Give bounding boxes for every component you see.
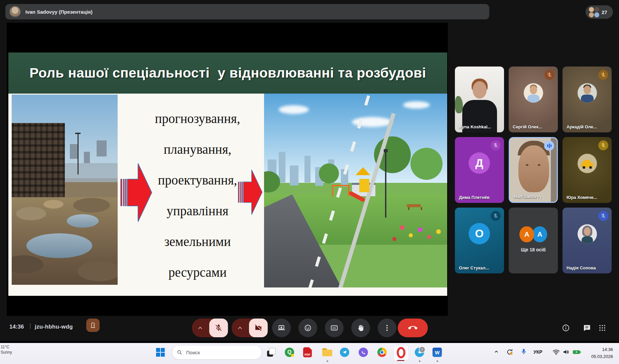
mic-muted-icon	[491, 140, 501, 150]
meeting-code: jzu-hbhu-wdg	[35, 324, 73, 330]
avatar	[578, 83, 597, 103]
mic-off-button[interactable]	[209, 319, 228, 337]
end-call-button[interactable]	[398, 319, 428, 337]
presenter-label: Ivan Sadovyy (Презентація)	[25, 9, 93, 15]
apps-grid-button[interactable]	[598, 323, 607, 333]
chat-icon	[583, 324, 591, 332]
captions-icon: CC	[330, 324, 338, 332]
participant-name: Надія Сопова	[567, 265, 596, 270]
task-view-icon	[267, 348, 276, 357]
camera-control-group[interactable]	[232, 319, 268, 337]
chevron-up-icon[interactable]	[197, 324, 204, 333]
participant-name: Iryna Koshkal...	[459, 124, 491, 129]
mic-muted-icon	[598, 140, 608, 150]
word-button[interactable]: W	[430, 345, 445, 360]
search-input[interactable]	[185, 349, 257, 356]
tray-date: 05.03.2026	[583, 353, 613, 360]
avatar	[524, 83, 543, 103]
divider: |	[29, 322, 31, 329]
presenter-avatar	[9, 6, 21, 17]
pdf-reader-button[interactable]: PDF	[300, 345, 315, 360]
participant-name: Юра Хомяче...	[567, 195, 597, 200]
tray-mic-icon	[520, 348, 527, 355]
tray-clock[interactable]: 14:36 05.03.2026	[583, 346, 613, 360]
participant-tile-active-speaker[interactable]: Ivan Sadovyy	[509, 137, 558, 203]
initial-avatar: Д	[469, 152, 490, 174]
camera-off-button[interactable]	[249, 319, 268, 337]
participants-avatar-cluster	[589, 7, 599, 17]
running-indicator	[327, 360, 328, 362]
end-call-icon	[408, 323, 417, 333]
mic-muted-icon	[544, 70, 554, 80]
present-button[interactable]	[272, 319, 291, 337]
participant-tile[interactable]: Д Дима Плетнёв	[455, 137, 504, 203]
avatar	[578, 154, 597, 173]
avatar	[578, 224, 597, 244]
participant-tile[interactable]: Надія Сопова	[563, 208, 612, 273]
file-explorer-button[interactable]	[320, 345, 335, 360]
running-indicator	[437, 360, 438, 362]
battery-icon	[572, 348, 582, 356]
sync-status-button[interactable]	[506, 348, 514, 356]
meeting-time: 14:36	[9, 324, 24, 330]
slide-list-item: прогнозування,	[145, 110, 250, 128]
taskbar-weather[interactable]: 11°C Sunny	[1, 344, 12, 355]
tray-chevron-icon	[493, 348, 500, 355]
search-icon	[177, 349, 182, 355]
participant-name: Дима Плетнёв	[459, 195, 489, 200]
info-icon	[562, 324, 570, 332]
screenshare-area: Роль нашої спеціальності у відновлюванні…	[7, 23, 448, 316]
viber-button[interactable]	[356, 345, 371, 360]
wifi-button[interactable]	[552, 348, 560, 356]
telegram-unread-button[interactable]: 7	[412, 345, 427, 360]
chevron-up-icon[interactable]	[236, 324, 244, 333]
video-background	[455, 96, 463, 113]
initial-avatar: О	[469, 223, 490, 244]
slide-list-item: земельними	[145, 233, 250, 251]
overflow-participants-tile[interactable]: A A Ще 18 осіб	[509, 208, 558, 273]
active-app-indicator	[397, 360, 404, 361]
participant-tile[interactable]: Iryna Koshkal...	[455, 67, 504, 132]
presentation-pill[interactable]: Ivan Sadovyy (Презентація)	[5, 4, 489, 19]
start-button[interactable]	[153, 345, 168, 360]
telegram-button[interactable]	[337, 345, 352, 360]
language-indicator[interactable]: УКР	[533, 349, 542, 355]
unread-badge: 7	[419, 346, 425, 353]
participant-tile[interactable]: Аркадій Оле...	[563, 67, 612, 132]
reactions-icon	[304, 324, 312, 332]
taskbar-search[interactable]	[172, 345, 262, 360]
file-explorer-icon	[322, 348, 332, 356]
chrome-button[interactable]	[375, 345, 389, 360]
sync-icon	[506, 348, 514, 356]
windows-start-icon	[156, 348, 165, 357]
participant-name: Сергій Олек...	[513, 124, 542, 129]
battery-button[interactable]	[572, 348, 582, 356]
chat-button[interactable]	[582, 323, 592, 333]
task-view-button[interactable]	[264, 345, 279, 360]
participant-tile[interactable]: О Олег Стукал...	[455, 208, 504, 273]
info-button[interactable]	[561, 323, 571, 333]
apps-grid-icon	[598, 324, 606, 332]
slide-header: Роль нашої спеціальності у відновлюванні…	[8, 52, 447, 94]
opera-button-active[interactable]	[393, 345, 409, 360]
qgis-button[interactable]: Q	[282, 345, 297, 360]
more-options-button[interactable]	[378, 319, 396, 337]
participants-button[interactable]: 27	[586, 5, 613, 19]
raise-hand-button[interactable]	[351, 319, 370, 337]
captions-button[interactable]: CC	[325, 319, 344, 337]
reactions-button[interactable]	[298, 319, 317, 337]
mic-control-group[interactable]	[192, 319, 228, 337]
participant-tile[interactable]: Сергій Олек...	[509, 67, 558, 132]
participant-name: Олег Стукал...	[459, 265, 489, 270]
mic-muted-icon	[491, 211, 501, 221]
volume-button[interactable]	[562, 348, 570, 356]
participant-count: 27	[602, 9, 607, 15]
participant-tile[interactable]: Юра Хомяче...	[563, 137, 612, 203]
pdf-icon: PDF	[303, 347, 312, 357]
slide-list-item: управління	[145, 202, 250, 220]
tray-mic-button[interactable]	[520, 348, 527, 355]
meeting-room-button[interactable]	[86, 319, 100, 332]
tray-expand-button[interactable]	[493, 348, 500, 355]
overflow-avatars: A A	[509, 226, 558, 242]
slide-list-item: планування,	[145, 140, 250, 158]
